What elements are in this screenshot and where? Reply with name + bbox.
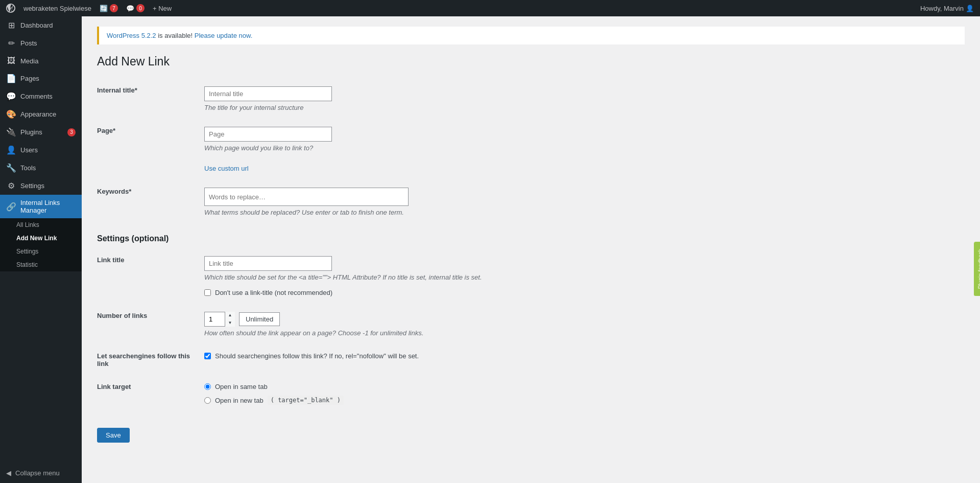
wp-version-link[interactable]: WordPress 5.2.2 — [107, 32, 156, 39]
number-of-links-label: Number of links — [97, 312, 147, 319]
spinner-down[interactable]: ▼ — [225, 319, 235, 327]
searchengines-label: Let searchengines follow this link — [97, 352, 190, 367]
form-table: Internal title* The title for your inter… — [97, 79, 965, 224]
number-of-links-row: Number of links ▲ ▼ — [97, 304, 965, 344]
sidebar-item-tools[interactable]: 🔧 Tools — [0, 159, 82, 177]
appearance-icon: 🎨 — [6, 109, 16, 119]
posts-icon: ✏ — [6, 38, 16, 48]
sidebar-item-users[interactable]: 👤 Users — [0, 141, 82, 159]
spinner-arrows: ▲ ▼ — [225, 312, 235, 327]
plugin-feedback-tab[interactable]: Plugin feedback — [974, 242, 980, 296]
searchengines-checkbox[interactable] — [204, 353, 211, 359]
page-label: Page* — [97, 127, 115, 134]
link-target-row: Link target Open in same tab Open in new… — [97, 375, 965, 418]
settings-section-heading: Settings (optional) — [97, 234, 965, 243]
save-button[interactable]: Save — [97, 428, 130, 443]
sidebar-item-internal-links-manager[interactable]: 🔗 Internal Links Manager — [0, 195, 82, 218]
internal-title-input[interactable] — [204, 86, 332, 101]
collapse-menu-button[interactable]: ◀ Collapse menu — [0, 463, 82, 483]
sidebar-item-posts[interactable]: ✏ Posts — [0, 34, 82, 52]
keywords-input[interactable] — [204, 188, 409, 206]
adminbar-updates[interactable]: 🔄 7 — [100, 4, 118, 12]
adminbar-howdy[interactable]: Howdy, Marvin 👤 — [920, 5, 974, 12]
page-row: Page* Which page would you like to link … — [97, 119, 965, 180]
plugins-icon: 🔌 — [6, 127, 16, 137]
spinner-up[interactable]: ▲ — [225, 312, 235, 319]
adminbar-new[interactable]: + New — [153, 5, 172, 12]
sidebar-submenu-settings[interactable]: Settings — [0, 245, 82, 258]
pages-icon: 📄 — [6, 74, 16, 83]
link-title-description: Which title should be set for the <a tit… — [204, 273, 960, 281]
add-new-link-form: Internal title* The title for your inter… — [97, 79, 965, 443]
sidebar-submenu: All Links Add New Link Settings Statisti… — [0, 218, 82, 271]
sidebar-item-plugins[interactable]: 🔌 Plugins 3 — [0, 123, 82, 141]
number-of-links-description: How often should the link appear on a pa… — [204, 329, 960, 337]
update-now-link[interactable]: Please update now. — [195, 32, 252, 39]
searchengines-row: Let searchengines follow this link Shoul… — [97, 344, 965, 375]
link-target-new-tab-label[interactable]: Open in new tab ( target="_blank" ) — [204, 396, 960, 405]
link-target-same-tab-label[interactable]: Open in same tab — [204, 383, 960, 390]
comments-icon: 💬 — [6, 91, 16, 101]
link-target-new-tab-radio[interactable] — [204, 397, 211, 404]
adminbar-site-name[interactable]: webraketen Spielwiese — [23, 5, 91, 12]
sidebar-item-dashboard[interactable]: ⊞ Dashboard — [0, 16, 82, 34]
users-icon: 👤 — [6, 145, 16, 155]
settings-form-table: Link title Which title should be set for… — [97, 248, 965, 418]
adminbar-wp-logo[interactable] — [6, 4, 15, 13]
searchengines-checkbox-label[interactable]: Should searchengines follow this link? I… — [204, 352, 960, 360]
update-notice: WordPress 5.2.2 is available! Please upd… — [97, 27, 965, 44]
no-link-title-checkbox[interactable] — [204, 289, 211, 296]
no-link-title-label[interactable]: Don't use a link-title (not recommended) — [204, 289, 960, 296]
page-input[interactable] — [204, 127, 332, 142]
sidebar-submenu-add-new-link[interactable]: Add New Link — [0, 232, 82, 245]
sidebar-item-comments[interactable]: 💬 Comments — [0, 87, 82, 105]
settings-icon: ⚙ — [6, 181, 16, 191]
link-title-label: Link title — [97, 256, 124, 264]
sidebar-submenu-statistic[interactable]: Statistic — [0, 258, 82, 271]
page-description: Which page would you like to link to? — [204, 144, 960, 152]
sidebar-item-pages[interactable]: 📄 Pages — [0, 70, 82, 87]
adminbar-comments[interactable]: 💬 0 — [126, 4, 145, 12]
admin-bar: webraketen Spielwiese 🔄 7 💬 0 + New Howd… — [0, 0, 980, 16]
collapse-icon: ◀ — [6, 469, 11, 477]
number-spinner: ▲ ▼ — [204, 312, 235, 327]
sidebar-item-appearance[interactable]: 🎨 Appearance — [0, 105, 82, 123]
sidebar-item-media[interactable]: 🖼 Media — [0, 52, 82, 70]
keywords-description: What terms should be replaced? Use enter… — [204, 209, 960, 216]
sidebar: ⊞ Dashboard ✏ Posts 🖼 Media 📄 Pages 💬 Co… — [0, 16, 82, 483]
keywords-row: Keywords* What terms should be replaced?… — [97, 180, 965, 224]
link-target-new-tab-code: ( target="_blank" ) — [268, 396, 344, 405]
number-of-links-wrap: ▲ ▼ Unlimited — [204, 312, 960, 327]
link-target-same-tab-radio[interactable] — [204, 383, 211, 390]
tools-icon: 🔧 — [6, 163, 16, 173]
internal-title-label: Internal title* — [97, 86, 137, 94]
internal-title-row: Internal title* The title for your inter… — [97, 79, 965, 119]
dashboard-icon: ⊞ — [6, 20, 16, 30]
link-title-input[interactable] — [204, 256, 332, 271]
internal-title-description: The title for your internal structure — [204, 104, 960, 111]
content-area: WordPress 5.2.2 is available! Please upd… — [82, 16, 980, 483]
unlimited-button[interactable]: Unlimited — [239, 312, 280, 326]
page-title: Add New Link — [97, 55, 965, 68]
sidebar-item-settings[interactable]: ⚙ Settings — [0, 177, 82, 195]
keywords-label: Keywords* — [97, 188, 131, 195]
media-icon: 🖼 — [6, 56, 16, 65]
link-title-row: Link title Which title should be set for… — [97, 248, 965, 304]
internal-links-icon: 🔗 — [6, 202, 16, 212]
use-custom-url-link[interactable]: Use custom url — [204, 165, 249, 172]
link-target-label: Link target — [97, 383, 131, 390]
sidebar-submenu-all-links[interactable]: All Links — [0, 218, 82, 232]
